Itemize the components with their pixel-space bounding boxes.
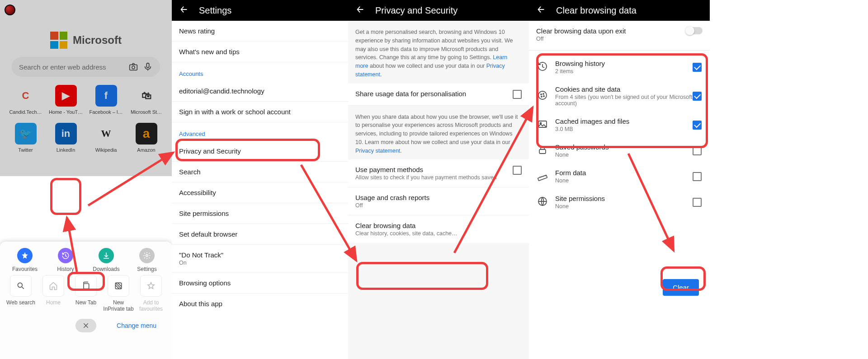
checkbox[interactable] <box>693 63 702 72</box>
row-usage-crash[interactable]: Usage and crash reportsOff <box>348 187 529 215</box>
clear-data-sub: None <box>555 177 693 184</box>
svg-rect-5 <box>84 284 89 289</box>
inprivate-icon <box>108 275 129 297</box>
row-accessibility[interactable]: Accessibility <box>172 182 348 203</box>
row-about-app[interactable]: About this app <box>172 294 348 314</box>
favorite-icon: f <box>95 85 117 107</box>
history-icon <box>537 61 555 74</box>
svg-point-10 <box>541 96 542 97</box>
sheet-item-history[interactable]: History <box>50 248 81 272</box>
back-button[interactable] <box>355 5 365 17</box>
sheet-item-search[interactable]: Web search <box>5 275 37 312</box>
clear-data-row[interactable]: Site permissionsNone <box>529 189 710 215</box>
sheet-item-tabs[interactable]: New Tab <box>70 275 102 312</box>
checkbox[interactable] <box>513 166 522 175</box>
clear-data-sub: 3.0 MB <box>555 126 693 132</box>
privacy-statement-link[interactable]: Privacy statement <box>355 148 400 154</box>
clear-data-row[interactable]: Form dataNone <box>529 163 710 189</box>
clear-data-sub: 2 items <box>555 68 693 75</box>
sheet-item-home: Home <box>38 275 69 312</box>
row-site-permissions[interactable]: Site permissions <box>172 203 348 224</box>
clear-data-title: Form data <box>555 169 693 177</box>
row-share-usage[interactable]: Share usage data for personalisation <box>348 84 529 106</box>
checkbox[interactable] <box>693 172 702 181</box>
row-clear-upon-exit[interactable]: Clear browsing data upon exitOff <box>529 21 710 48</box>
favorite-tile[interactable]: a Amazon <box>129 123 164 153</box>
clear-data-row[interactable]: Cookies and site dataFrom 4 sites (you w… <box>529 80 710 112</box>
clear-data-sub: None <box>555 152 693 158</box>
star-icon <box>17 248 33 263</box>
svg-rect-2 <box>146 63 149 68</box>
arrow-left-icon <box>179 5 189 14</box>
page-title: Settings <box>199 5 231 16</box>
clear-data-row[interactable]: Saved passwordsNone <box>529 138 710 163</box>
clear-data-title: Site permissions <box>555 195 693 202</box>
back-button[interactable] <box>536 5 546 17</box>
ruler-icon <box>537 170 555 183</box>
camera-icon[interactable] <box>128 62 138 72</box>
close-button[interactable] <box>75 319 96 332</box>
microsoft-logo-icon <box>50 32 67 49</box>
clear-data-title: Saved passwords <box>555 143 693 151</box>
favorite-tile[interactable]: W Wikipedia <box>89 123 124 153</box>
svg-point-3 <box>146 255 148 257</box>
checkbox[interactable] <box>693 121 702 130</box>
star-outline-icon <box>140 275 162 297</box>
favorite-tile[interactable]: in LinkedIn <box>48 123 84 153</box>
search-input[interactable] <box>19 63 124 71</box>
row-search[interactable]: Search <box>172 162 348 182</box>
close-icon <box>82 322 90 329</box>
clear-data-row[interactable]: Browsing history2 items <box>529 54 710 80</box>
favorite-label: Microsoft St… <box>129 109 164 115</box>
favorite-icon: 🐦 <box>15 123 37 145</box>
favorite-tile[interactable]: ▶ Home - YouT… <box>48 85 84 115</box>
brand-label: Microsoft <box>73 34 122 47</box>
back-button[interactable] <box>179 5 189 17</box>
row-clear-browsing-data[interactable]: Clear browsing dataClear history, cookie… <box>348 215 529 243</box>
mic-icon[interactable] <box>143 62 153 72</box>
toggle[interactable] <box>686 27 703 34</box>
sheet-item-downloads[interactable]: Downloads <box>90 248 122 272</box>
omnibox[interactable] <box>12 57 160 77</box>
checkbox[interactable] <box>513 90 522 99</box>
bottom-sheet: Favourites History Downloads Settings We… <box>0 242 172 359</box>
favorite-tile[interactable]: 🛍 Microsoft St… <box>129 85 164 115</box>
favorite-label: Home - YouT… <box>48 109 84 115</box>
svg-rect-15 <box>538 175 547 180</box>
sheet-item-settings[interactable]: Settings <box>131 248 163 272</box>
gear-icon <box>139 248 155 263</box>
row-browsing-options[interactable]: Browsing options <box>172 273 348 294</box>
favorite-icon: C <box>15 85 37 107</box>
favorite-tile[interactable]: f Facebook – l… <box>89 85 124 115</box>
favorite-tile[interactable]: 🐦 Twitter <box>8 123 43 153</box>
sheet-item-favourites[interactable]: Favourites <box>9 248 41 272</box>
favorite-label: Twitter <box>8 147 43 153</box>
favorite-icon: W <box>95 123 117 145</box>
image-icon <box>537 119 555 131</box>
clear-data-title: Cookies and site data <box>555 85 693 93</box>
checkbox[interactable] <box>693 92 702 101</box>
recorder-indicator <box>5 5 15 15</box>
clear-data-row[interactable]: Cached images and files3.0 MB <box>529 112 710 138</box>
row-news-rating[interactable]: News rating <box>172 21 348 42</box>
clear-button[interactable]: Clear <box>663 279 699 296</box>
svg-rect-14 <box>539 149 546 154</box>
row-whats-new[interactable]: What's new and tips <box>172 42 348 62</box>
row-signin-work[interactable]: Sign in with a work or school account <box>172 102 348 122</box>
row-account-email[interactable]: editorial@candid.technology <box>172 81 348 102</box>
lock-icon <box>537 145 555 157</box>
sheet-item-inprivate[interactable]: New InPrivate tab <box>103 275 134 312</box>
row-do-not-track[interactable]: "Do Not Track"On <box>172 245 348 273</box>
checkbox[interactable] <box>693 198 702 207</box>
checkbox[interactable] <box>693 146 702 155</box>
row-payment-methods[interactable]: Use payment methodsAllow sites to check … <box>348 159 529 187</box>
row-default-browser[interactable]: Set default browser <box>172 224 348 245</box>
row-privacy-security[interactable]: Privacy and Security <box>172 141 348 162</box>
favorite-label: Candid.Tech… <box>8 109 43 115</box>
tabs-icon <box>75 275 97 297</box>
arrow-left-icon <box>536 5 546 14</box>
favorite-label: Amazon <box>129 147 164 153</box>
favorite-tile[interactable]: C Candid.Tech… <box>8 85 43 115</box>
change-menu-link[interactable]: Change menu <box>117 322 156 329</box>
page-title: Clear browsing data <box>556 5 637 16</box>
